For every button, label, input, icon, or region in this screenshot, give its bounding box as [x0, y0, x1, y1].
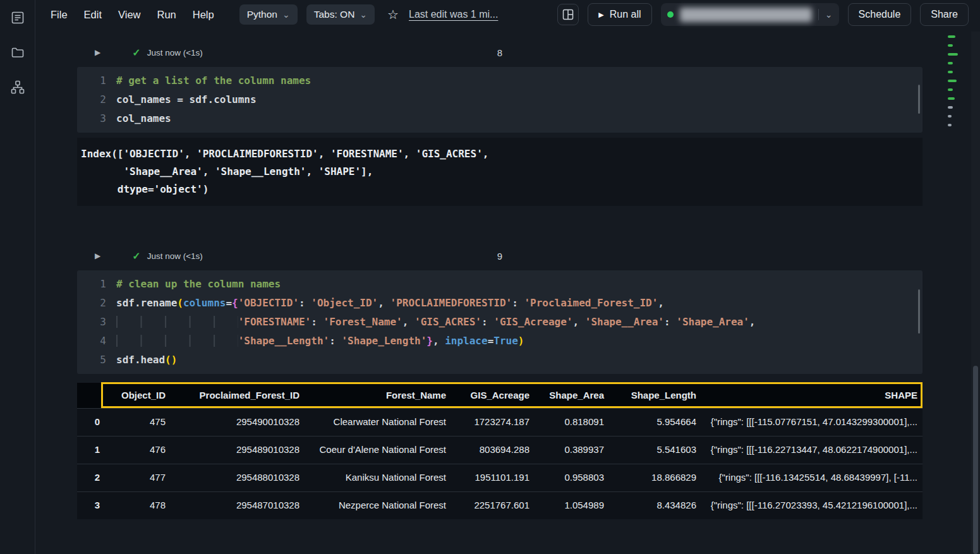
table-header-row: Object_IDProclaimed_Forest_IDForest_Name… — [77, 383, 923, 408]
table-cell: 1 — [77, 436, 105, 464]
run-all-label: Run all — [610, 9, 641, 20]
layout-toggle-button[interactable] — [557, 4, 579, 25]
code-editor: 1# get a list of the column names2col_na… — [77, 67, 923, 133]
layout-grid-icon — [562, 9, 574, 20]
cell-header: ▶ ✓ Just now (<1s) 8 — [77, 38, 923, 67]
execution-count: 9 — [77, 251, 923, 262]
code-line[interactable]: 2col_names = sdf.columns — [77, 90, 923, 109]
column-header: Shape_Area — [535, 383, 609, 408]
minimap-dash — [948, 35, 955, 38]
minimap-dash — [948, 97, 955, 100]
table-cell: 18.866829 — [609, 464, 701, 491]
line-number: 3 — [77, 109, 116, 128]
notebook-app: File Edit View Run Help Python ⌄ Tabs: O… — [0, 0, 980, 554]
last-edit-link[interactable]: Last edit was 1 mi... — [409, 9, 498, 20]
folder-icon — [10, 45, 25, 60]
star-icon[interactable]: ☆ — [387, 7, 399, 22]
menu-view[interactable]: View — [118, 9, 140, 21]
table-cell: 0.389937 — [535, 436, 609, 464]
editor-scrollbar[interactable] — [918, 289, 920, 334]
minimap-dash — [948, 62, 953, 64]
column-header: Proclaimed_Forest_ID — [171, 383, 305, 408]
folder-icon[interactable] — [8, 43, 27, 62]
run-all-button[interactable]: ▶ Run all — [588, 3, 651, 26]
topbar: File Edit View Run Help Python ⌄ Tabs: O… — [35, 0, 980, 29]
table-cell: {"rings": [[[-116.22713447, 48.062217490… — [701, 436, 923, 464]
machine-name-redacted — [680, 8, 812, 22]
chevron-down-icon: ⌄ — [818, 9, 833, 20]
menu-edit[interactable]: Edit — [84, 9, 102, 21]
table-cell: 295488010328 — [171, 464, 305, 491]
editor-scrollbar[interactable] — [918, 85, 920, 114]
share-button[interactable]: Share — [920, 3, 969, 26]
column-header: Object_ID — [105, 383, 171, 408]
column-header: Forest_Name — [305, 383, 451, 408]
code-line[interactable]: 1# clean up the column names — [77, 275, 923, 294]
machine-status-dot — [667, 11, 674, 18]
column-header: Shape_Length — [609, 383, 701, 408]
code-line[interactable]: 4 'Shape__Length': 'Shape_Length'}, inpl… — [77, 332, 923, 351]
kernel-selector[interactable]: Python ⌄ — [239, 4, 298, 25]
table-cell: 8.434826 — [609, 491, 701, 519]
minimap-dash — [948, 44, 953, 47]
table-cell: {"rings": [[[-115.07767151, 47.014329930… — [701, 408, 923, 436]
table-cell: 5.954664 — [609, 408, 701, 436]
chevron-down-icon: ⌄ — [282, 11, 290, 18]
minimap-dash — [948, 106, 953, 109]
minimap-dash — [948, 53, 958, 56]
minimap-dash — [948, 115, 952, 117]
column-header — [77, 383, 105, 408]
code-cell-9: ▶ ✓ Just now (<1s) 9 1# clean up the col… — [77, 241, 923, 519]
left-sidebar — [0, 0, 35, 554]
minimap-dash — [948, 71, 953, 73]
table-cell: 2251767.601 — [451, 491, 535, 519]
line-number: 5 — [77, 351, 116, 370]
table-row: 3478295487010328Nezperce National Forest… — [77, 491, 923, 519]
code-editor: 1# clean up the column names2sdf.rename(… — [77, 270, 923, 374]
table-cell: {"rings": [[[-116.27023393, 45.421219610… — [701, 491, 923, 519]
execution-count: 8 — [77, 47, 923, 58]
line-number: 2 — [77, 294, 116, 313]
tabs-selector[interactable]: Tabs: ON ⌄ — [306, 4, 375, 25]
code-line[interactable]: 1# get a list of the column names — [77, 71, 923, 90]
table-cell: 803694.288 — [451, 436, 535, 464]
scrollbar-thumb[interactable] — [973, 366, 978, 554]
menu-file[interactable]: File — [51, 9, 68, 21]
code-line[interactable]: 2sdf.rename(columns={'OBJECTID': 'Object… — [77, 294, 923, 313]
page-scrollbar[interactable] — [971, 32, 980, 554]
table-cell: 1.054989 — [535, 491, 609, 519]
tabs-selector-label: Tabs: ON — [314, 9, 355, 20]
menu-run[interactable]: Run — [157, 9, 176, 21]
table-cell: Nezperce National Forest — [305, 491, 451, 519]
line-number: 4 — [77, 332, 116, 351]
minimap-dash — [948, 88, 953, 91]
table-cell: 476 — [105, 436, 171, 464]
table-cell: 0.958803 — [535, 464, 609, 491]
table-cell: {"rings": [[[-116.13425514, 48.68439997]… — [701, 464, 923, 491]
line-number: 1 — [77, 71, 116, 90]
play-icon: ▶ — [598, 11, 603, 19]
dataframe-output: Object_IDProclaimed_Forest_IDForest_Name… — [77, 383, 923, 519]
code-line[interactable]: 5sdf.head() — [77, 351, 923, 370]
line-number: 2 — [77, 90, 116, 109]
topbar-right-group: ▶ Run all ⌄ Schedule Share — [557, 3, 969, 26]
integrations-icon[interactable] — [8, 78, 27, 97]
notebook-icon[interactable] — [8, 8, 27, 27]
table-row: 1476295489010328Coeur d'Alene National F… — [77, 436, 923, 464]
machine-selector[interactable]: ⌄ — [661, 3, 839, 26]
notebook-icon — [10, 10, 25, 25]
table-cell: 295487010328 — [171, 491, 305, 519]
menu-help[interactable]: Help — [193, 9, 214, 21]
schedule-button[interactable]: Schedule — [848, 3, 912, 26]
table-cell: 2 — [77, 464, 105, 491]
cell-output: Index(['OBJECTID', 'PROCLAIMEDFORESTID',… — [77, 138, 923, 206]
table-cell: 0 — [77, 408, 105, 436]
column-header: SHAPE — [701, 383, 923, 408]
table-cell: 3 — [77, 491, 105, 519]
code-line[interactable]: 3col_names — [77, 109, 923, 128]
table-cell: 0.818091 — [535, 408, 609, 436]
table-row: 2477295488010328Kaniksu National Forest1… — [77, 464, 923, 491]
table-cell: Kaniksu National Forest — [305, 464, 451, 491]
cell-header: ▶ ✓ Just now (<1s) 9 — [77, 241, 923, 270]
code-line[interactable]: 3 'FORESTNAME': 'Forest_Name', 'GIS_ACRE… — [77, 313, 923, 332]
